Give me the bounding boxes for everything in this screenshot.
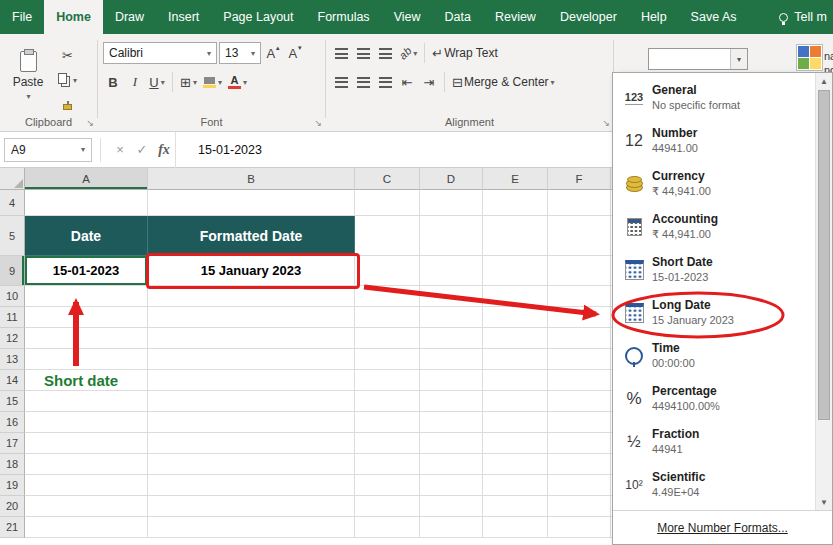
cell-e13[interactable] <box>483 349 548 370</box>
column-header-f[interactable]: F <box>548 168 611 190</box>
column-header-c[interactable]: C <box>355 168 420 190</box>
cell-f5[interactable] <box>548 216 611 256</box>
wrap-text-button[interactable]: ↵Wrap Text <box>430 42 499 64</box>
menu-scrollbar[interactable]: ▲ ▼ <box>815 73 832 510</box>
cell-a12[interactable] <box>25 328 148 349</box>
cell-e21[interactable] <box>483 517 548 538</box>
orientation-button[interactable]: ab▾ <box>397 42 419 64</box>
cell-a19[interactable] <box>25 475 148 496</box>
align-left-button[interactable] <box>331 71 351 93</box>
align-bottom-button[interactable] <box>375 42 395 64</box>
cell-a10[interactable] <box>25 286 148 307</box>
cell-f11[interactable] <box>548 307 611 328</box>
format-option-scientific[interactable]: Scientific4.49E+04 <box>613 463 815 506</box>
cell-c21[interactable] <box>355 517 420 538</box>
cell-a5[interactable]: Date <box>25 216 148 256</box>
column-header-e[interactable]: E <box>483 168 548 190</box>
column-header-b[interactable]: B <box>148 168 355 190</box>
cell-c11[interactable] <box>355 307 420 328</box>
row-header-10[interactable]: 10 <box>0 286 25 307</box>
cell-d14[interactable] <box>420 370 483 391</box>
select-all-corner[interactable] <box>0 168 25 190</box>
number-format-select[interactable]: ▾ <box>648 48 748 70</box>
insert-function-button[interactable]: fx <box>153 138 175 162</box>
cell-a15[interactable] <box>25 391 148 412</box>
cell-b5[interactable]: Formatted Date <box>148 216 355 256</box>
cell-d11[interactable] <box>420 307 483 328</box>
cell-a11[interactable] <box>25 307 148 328</box>
cell-e11[interactable] <box>483 307 548 328</box>
cell-d18[interactable] <box>420 454 483 475</box>
scroll-down-arrow[interactable]: ▼ <box>816 494 832 510</box>
cell-a9[interactable]: 15-01-2023 <box>25 256 148 286</box>
cell-b14[interactable] <box>148 370 355 391</box>
cell-f19[interactable] <box>548 475 611 496</box>
cell-b18[interactable] <box>148 454 355 475</box>
italic-button[interactable]: I <box>125 71 145 93</box>
format-painter-button[interactable] <box>56 94 79 116</box>
cell-b13[interactable] <box>148 349 355 370</box>
row-header-17[interactable]: 17 <box>0 433 25 454</box>
cell-f17[interactable] <box>548 433 611 454</box>
cell-c12[interactable] <box>355 328 420 349</box>
enter-button[interactable]: ✓ <box>131 138 153 162</box>
row-header-5[interactable]: 5 <box>0 216 25 256</box>
cell-d12[interactable] <box>420 328 483 349</box>
tab-data[interactable]: Data <box>433 0 483 34</box>
font-color-button[interactable]: A▾ <box>226 71 249 93</box>
cell-e14[interactable] <box>483 370 548 391</box>
font-dialog-launcher[interactable]: ↘ <box>314 118 322 128</box>
cell-e18[interactable] <box>483 454 548 475</box>
cell-b21[interactable] <box>148 517 355 538</box>
cell-c14[interactable] <box>355 370 420 391</box>
align-center-button[interactable] <box>353 71 373 93</box>
cell-b20[interactable] <box>148 496 355 517</box>
format-option-number[interactable]: Number44941.00 <box>613 119 815 162</box>
cell-f20[interactable] <box>548 496 611 517</box>
row-header-9[interactable]: 9 <box>0 256 25 286</box>
cell-c16[interactable] <box>355 412 420 433</box>
cell-f10[interactable] <box>548 286 611 307</box>
name-box[interactable]: A9 ▾ <box>4 138 92 162</box>
clipboard-dialog-launcher[interactable]: ↘ <box>86 118 94 128</box>
scrollbar-thumb[interactable] <box>818 90 830 420</box>
tab-view[interactable]: View <box>382 0 433 34</box>
cell-d20[interactable] <box>420 496 483 517</box>
cell-e16[interactable] <box>483 412 548 433</box>
cell-b10[interactable] <box>148 286 355 307</box>
format-option-long-date[interactable]: Long Date15 January 2023 <box>613 291 815 334</box>
align-right-button[interactable] <box>375 71 395 93</box>
format-option-fraction[interactable]: Fraction44941 <box>613 420 815 463</box>
cell-e19[interactable] <box>483 475 548 496</box>
format-option-percentage[interactable]: Percentage4494100.00% <box>613 377 815 420</box>
cell-f4[interactable] <box>548 190 611 216</box>
cell-e12[interactable] <box>483 328 548 349</box>
cell-b19[interactable] <box>148 475 355 496</box>
cell-e20[interactable] <box>483 496 548 517</box>
cell-a16[interactable] <box>25 412 148 433</box>
conditional-formatting-icon[interactable] <box>796 44 823 71</box>
row-header-13[interactable]: 13 <box>0 349 25 370</box>
cell-e17[interactable] <box>483 433 548 454</box>
cell-b11[interactable] <box>148 307 355 328</box>
cell-f14[interactable] <box>548 370 611 391</box>
tell-me[interactable]: Tell m <box>773 0 833 34</box>
decrease-indent-button[interactable]: ⇤ <box>397 71 417 93</box>
align-middle-button[interactable] <box>353 42 373 64</box>
cell-c5[interactable] <box>355 216 420 256</box>
cell-c17[interactable] <box>355 433 420 454</box>
format-option-accounting[interactable]: Accounting₹ 44,941.00 <box>613 205 815 248</box>
format-option-currency[interactable]: Currency₹ 44,941.00 <box>613 162 815 205</box>
cell-d16[interactable] <box>420 412 483 433</box>
cell-f16[interactable] <box>548 412 611 433</box>
align-top-button[interactable] <box>331 42 351 64</box>
cell-a18[interactable] <box>25 454 148 475</box>
cell-d10[interactable] <box>420 286 483 307</box>
cell-a20[interactable] <box>25 496 148 517</box>
cell-b9[interactable]: 15 January 2023 <box>148 256 355 286</box>
borders-button[interactable]: ⊞▾ <box>178 71 199 93</box>
font-size-select[interactable]: 13 ▾ <box>219 42 261 64</box>
row-header-16[interactable]: 16 <box>0 412 25 433</box>
cell-f21[interactable] <box>548 517 611 538</box>
column-header-a[interactable]: A <box>25 168 148 190</box>
